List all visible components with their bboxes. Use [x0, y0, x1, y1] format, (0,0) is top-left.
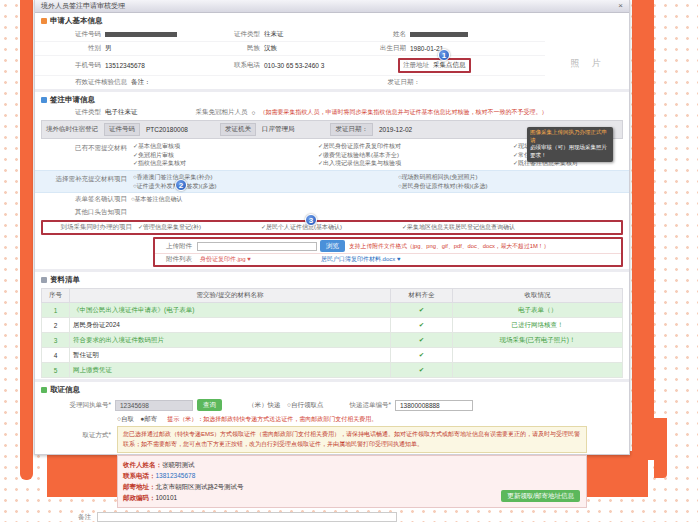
cell-name: 网上缴费凭证	[70, 363, 391, 378]
tooltip-line-1: 图像采集上传回执乃办理正式申请	[530, 129, 610, 144]
attachment-link-1[interactable]: 身份证复印件.jpg ♥	[200, 255, 251, 264]
decor-frame-accent	[654, 418, 667, 478]
table-row[interactable]: 5 网上缴费凭证 ✔	[42, 363, 623, 378]
id-number-label: 证件号码	[41, 30, 101, 39]
form-confirm-item[interactable]: ○基本签注信息确认	[131, 195, 183, 204]
delivery-mid-options[interactable]: （米）快递 ○自行领取点	[248, 401, 323, 410]
birth-date-label: 出生日期	[376, 44, 406, 53]
verify-remark-label: 备注：	[131, 78, 151, 87]
have-item[interactable]: ✓指纹信息采集核对	[133, 159, 318, 168]
choose-materials-label: 选择需补充提交材料项目	[41, 173, 127, 184]
check-icon: ✔	[391, 363, 453, 378]
browse-button[interactable]: 浏览	[320, 240, 345, 252]
table-row[interactable]: 4 暂住证明 ✔	[42, 348, 623, 363]
remark-input[interactable]	[97, 512, 397, 522]
check-icon: ✔	[391, 333, 453, 348]
registered-address-value: 采集点信息	[433, 61, 466, 70]
photo-requirement-tooltip: 图像采集上传回执乃办理正式申请 必须审核（可）用现场采集照片要求！	[527, 127, 613, 162]
col-note: 收取情况	[453, 289, 623, 303]
phone-label: 联系电话	[216, 61, 260, 70]
doc-type-label: 证件类型	[41, 108, 101, 117]
lodging-issuer-value: 口岸管理局	[262, 125, 295, 134]
section-visa-header: 签注申请信息	[35, 89, 629, 107]
table-row[interactable]: 3 符合要求的出入境证件数码照片 ✔ 现场采集(已有电子照片)！	[42, 333, 623, 348]
table-row[interactable]: 1 《中国公民出入境证件申请表》(电子表单) ✔ 电子表单（）	[42, 303, 623, 318]
choose-item[interactable]: ○证件遗失补发声明(签发)(多选)	[133, 182, 398, 191]
onsite-item[interactable]: ✓采集地区信息关联居民登记信息查询确认	[402, 223, 515, 232]
recipient-tel-label: 联系电话：	[123, 472, 156, 479]
cell-note: 已进行网络核查！	[453, 318, 623, 333]
section-pickup-title: 取证信息	[50, 385, 80, 395]
name-redacted-value	[410, 32, 468, 37]
decor-frame-left	[20, 0, 33, 480]
choose-item[interactable]: ○居民身份证原件核对(补领)(多选)	[398, 182, 623, 191]
attachment-link-2[interactable]: 居民户口簿复印件材料.docx ♥	[321, 255, 401, 264]
mobile-value: 13512345678	[105, 62, 145, 69]
onsite-items-label: 到场采集同时办理的项目	[46, 223, 132, 232]
receipt-number-input[interactable]: 12345698	[115, 400, 193, 411]
have-item[interactable]: ✓基本信息审核项	[133, 142, 318, 151]
have-item[interactable]: ✓出入境记录信息采集与核验项	[318, 159, 513, 168]
section-materials-header: 资料清单	[35, 269, 629, 287]
col-ok: 材料齐全	[391, 289, 453, 303]
pickup-method-radios[interactable]: ○自取 ●邮寄	[117, 415, 157, 422]
have-item[interactable]: ✓缴费凭证核验结果(基本齐全)	[318, 151, 513, 160]
cell-note	[453, 348, 623, 363]
lodging-id-value: PTC20180008	[146, 126, 188, 133]
mailing-notice: 您已选择通过邮政（特快专递EMS）方式领取证件（需向邮政部门支付相关费用），请保…	[117, 426, 587, 453]
choose-item[interactable]: ○现场数码照相回执(免冠照片)	[398, 173, 623, 182]
id-type-label: 证件类型	[216, 30, 260, 39]
lodging-issue-date-label: 发证日期：	[330, 123, 373, 136]
table-row[interactable]: 2 居民身份证2024 ✔ 已进行网络核查！	[42, 318, 623, 333]
close-icon[interactable]: ×	[618, 2, 623, 10]
addr-line: 联系电话：13812345678	[123, 470, 581, 481]
waybill-input[interactable]: 13800008888	[395, 400, 473, 411]
issue-date-label: 发证日期：	[376, 78, 420, 87]
lodging-issue-date-value: 2019-12-02	[379, 126, 412, 133]
cell-no: 2	[42, 318, 70, 333]
waybill-label: 快递运单编号*	[349, 401, 391, 410]
cell-name: 《中国公民出入境证件申请表》(电子表单)	[70, 303, 391, 318]
pickup-method-label: 取证方式*	[41, 415, 111, 440]
upload-label: 上传附件	[158, 242, 192, 251]
recipient-name-value: 张晓明测试	[162, 461, 195, 468]
fingerprint-note: （如需要采集指纹人员，申请时将同步采集指纹信息并与证件基本信息比对核验，核对不一…	[259, 108, 547, 117]
mail-address-value: 北京市朝阳区测试路2号测试号	[156, 483, 244, 490]
zip-code-label: 邮政编码：	[123, 494, 156, 501]
fingerprint-person-label: 采集免冠相片人员	[138, 108, 248, 117]
have-materials-label: 已有不需提交材料	[41, 142, 127, 153]
receipt-number-label: 受理回执单号*	[41, 401, 111, 410]
fingerprint-radio[interactable]: ○	[252, 109, 256, 116]
cell-name: 暂住证明	[70, 348, 391, 363]
cell-note: 电子表单（）	[453, 303, 623, 318]
lodging-id-label: 证件号码	[104, 123, 140, 136]
decor-frame-right	[632, 0, 654, 460]
remark-label: 备注	[41, 513, 91, 522]
check-icon: ✔	[391, 303, 453, 318]
update-address-button[interactable]: 更新领取/邮寄地址信息	[501, 490, 580, 502]
cell-note: 现场采集(已有电子照片)！	[453, 333, 623, 348]
phone-value: 010-30 65 53-2460 3	[264, 62, 324, 69]
lodging-issuer-label: 发证机关	[220, 123, 256, 136]
registered-address-label: 注册地址	[403, 61, 429, 70]
have-item[interactable]: ✓免冠相片审核	[133, 151, 318, 160]
have-item[interactable]: ✓居民身份证原件及复印件核对	[318, 142, 513, 151]
list-icon	[41, 277, 47, 283]
step2-highlight-box: 到场采集同时办理的项目 ✓管理信息采集登记(补) ✓居民个人证件信息(基本确认)…	[41, 220, 623, 235]
cell-note	[453, 363, 623, 378]
window-titlebar: 境外人员签注申请审核受理 ×	[35, 0, 629, 13]
onsite-item[interactable]: ✓管理信息采集登记(补)	[138, 223, 201, 232]
form-confirm-label: 表单签名确认项目	[41, 195, 127, 204]
query-button[interactable]: 查询	[197, 399, 222, 411]
photo-placeholder: 照 片	[553, 40, 623, 86]
document-icon	[41, 97, 47, 103]
choose-item[interactable]: ○香港澳门签注信息采集(补办)	[133, 173, 398, 182]
registered-address-highlight-box: 注册地址 采集点信息	[398, 58, 471, 73]
valid-id-verify-label: 有效证件核验信息	[41, 78, 127, 87]
pickup-icon	[41, 387, 47, 393]
upload-file-input[interactable]	[197, 242, 317, 251]
onsite-item[interactable]: ✓居民个人证件信息(基本确认)	[261, 223, 342, 232]
check-icon: ✔	[391, 348, 453, 363]
cell-no: 4	[42, 348, 70, 363]
zip-code-value: 100101	[156, 494, 178, 501]
